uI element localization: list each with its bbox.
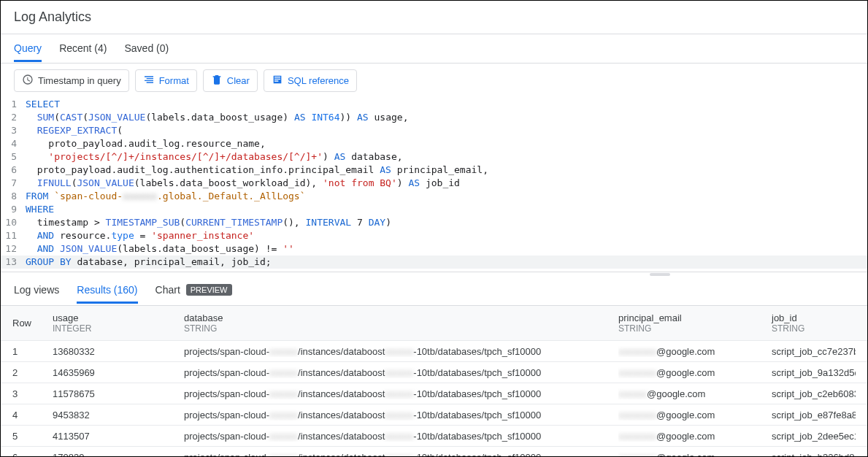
cell-email: xxxxxxxx@google.com: [618, 367, 772, 378]
tab-results[interactable]: Results (160): [77, 278, 137, 304]
tab-query[interactable]: Query: [14, 35, 42, 62]
code-line: GROUP BY database, principal_email, job_…: [23, 256, 272, 269]
gutter: 3: [1, 124, 23, 137]
cell-email: xxxxxxxx@google.com: [618, 452, 772, 458]
table-row[interactable]: 113680332projects/span-cloud-xxxxxx/inst…: [1, 341, 867, 362]
code-line: 'projects/[^/]+/instances/[^/]+/database…: [23, 150, 403, 164]
cell-email: xxxxxx @google.com: [618, 388, 772, 399]
gutter: 4: [1, 137, 23, 150]
clock-icon: [22, 74, 34, 88]
cell-row: 2: [12, 367, 53, 378]
cell-email: xxxxxxxx@google.com: [618, 431, 772, 442]
code-line: proto_payload.audit_log.authentication_i…: [23, 164, 488, 177]
clear-button[interactable]: Clear: [203, 69, 258, 92]
gutter: 8: [1, 190, 23, 203]
sql-editor[interactable]: 1SELECT 2 SUM(CAST(JSON_VALUE(labels.dat…: [1, 98, 867, 272]
result-tabs: Log views Results (160) Chart PREVIEW: [1, 277, 867, 306]
cell-usage: 13680332: [53, 346, 184, 357]
cell-job-id: script_job_cc7e237ba: [772, 346, 856, 357]
gutter: 9: [1, 203, 23, 216]
code-line: FROM `span-cloud-xxxxxx.global._Default.…: [23, 190, 306, 203]
format-label: Format: [159, 75, 189, 86]
results-table: Row usageINTEGER databaseSTRING principa…: [1, 306, 867, 457]
sqlref-label: SQL reference: [288, 75, 349, 86]
table-row[interactable]: 311578675projects/span-cloud-xxxxxx/inst…: [1, 383, 867, 404]
cell-email: xxxxxxxx@google.com: [618, 346, 772, 357]
table-row[interactable]: 214635969projects/span-cloud-xxxxxx/inst…: [1, 362, 867, 383]
page-header: Log Analytics: [1, 1, 867, 34]
format-icon: [143, 74, 155, 88]
gutter: 13: [1, 256, 23, 269]
cell-row: 3: [12, 388, 53, 399]
cell-usage: 14635969: [53, 367, 184, 378]
col-row: Row: [12, 318, 53, 329]
code-line: IFNULL(JSON_VALUE(labels.data_boost_work…: [23, 177, 460, 190]
table-row[interactable]: 49453832projects/span-cloud-xxxxxx/insta…: [1, 404, 867, 426]
gutter: 2: [1, 111, 23, 124]
tab-chart-label: Chart: [155, 284, 180, 296]
code-line: SELECT: [23, 98, 60, 111]
col-usage: usageINTEGER: [53, 312, 184, 334]
cell-row: 4: [12, 410, 53, 420]
cell-database: projects/span-cloud-xxxxxx/instances/dat…: [184, 367, 618, 378]
timestamp-label: Timestamp in query: [38, 75, 121, 86]
cell-job-id: script_job_e87fe8a8f: [772, 410, 856, 420]
editor-toolbar: Timestamp in query Format Clear SQL refe…: [1, 64, 867, 98]
code-line: REGEXP_EXTRACT(: [23, 124, 123, 137]
cell-job-id: script_job_2dee5ec16: [772, 431, 856, 442]
clear-label: Clear: [227, 75, 250, 86]
sql-reference-button[interactable]: SQL reference: [264, 69, 357, 92]
gutter: 1: [1, 98, 23, 111]
gutter: 6: [1, 164, 23, 177]
timestamp-chip[interactable]: Timestamp in query: [14, 69, 129, 92]
cell-database: projects/span-cloud-xxxxxx/instances/dat…: [184, 410, 618, 420]
cell-usage: 4113507: [53, 431, 184, 442]
doc-icon: [272, 74, 283, 88]
cell-row: 5: [12, 431, 53, 442]
cell-database: projects/span-cloud-xxxxxx/instances/dat…: [184, 388, 618, 399]
gutter: 10: [1, 216, 23, 229]
code-line: AND resource.type = 'spanner_instance': [23, 229, 254, 242]
preview-badge: PREVIEW: [186, 284, 232, 296]
cell-database: projects/span-cloud-xxxxxx/instances/dat…: [184, 346, 618, 357]
col-job-id: job_idSTRING: [772, 312, 856, 334]
cell-job-id: script_job_c2eb60835: [772, 388, 856, 399]
cell-usage: 11578675: [53, 388, 184, 399]
page-title: Log Analytics: [14, 9, 854, 25]
tab-saved[interactable]: Saved (0): [124, 35, 169, 62]
gutter: 7: [1, 177, 23, 190]
cell-usage: 9453832: [53, 410, 184, 420]
cell-database: projects/span-cloud-xxxxxx/instances/dat…: [184, 431, 618, 442]
code-line: SUM(CAST(JSON_VALUE(labels.data_boost_us…: [23, 111, 408, 124]
table-row[interactable]: 6170839projects/span-cloud-xxxxxx/instan…: [1, 447, 867, 457]
code-line: WHERE: [23, 203, 54, 216]
code-line: AND JSON_VALUE(labels.data_boost_usage) …: [23, 242, 294, 256]
code-line: proto_payload.audit_log.resource_name,: [23, 137, 266, 150]
tab-chart[interactable]: Chart PREVIEW: [155, 278, 232, 304]
gutter: 11: [1, 229, 23, 242]
format-button[interactable]: Format: [135, 69, 197, 92]
cell-job-id: script_job_9a132d5d7: [772, 367, 856, 378]
cell-database: projects/span-cloud-xxxxxx/instances/dat…: [184, 452, 618, 458]
cell-row: 6: [12, 452, 53, 458]
gutter: 12: [1, 242, 23, 256]
cell-row: 1: [12, 346, 53, 357]
top-tabs: Query Recent (4) Saved (0): [1, 34, 867, 64]
trash-icon: [211, 74, 223, 88]
table-row[interactable]: 54113507projects/span-cloud-xxxxxx/insta…: [1, 426, 867, 447]
code-line: timestamp > TIMESTAMP_SUB(CURRENT_TIMEST…: [23, 216, 391, 229]
cell-usage: 170839: [53, 452, 184, 458]
col-database: databaseSTRING: [184, 312, 618, 334]
cell-email: xxxxxxxx@google.com: [618, 410, 772, 420]
cell-job-id: script_job_b326bd8ef: [772, 452, 856, 458]
tab-log-views[interactable]: Log views: [14, 278, 59, 304]
table-header: Row usageINTEGER databaseSTRING principa…: [1, 306, 867, 341]
col-principal-email: principal_emailSTRING: [618, 312, 772, 334]
tab-recent[interactable]: Recent (4): [59, 35, 107, 62]
gutter: 5: [1, 150, 23, 164]
